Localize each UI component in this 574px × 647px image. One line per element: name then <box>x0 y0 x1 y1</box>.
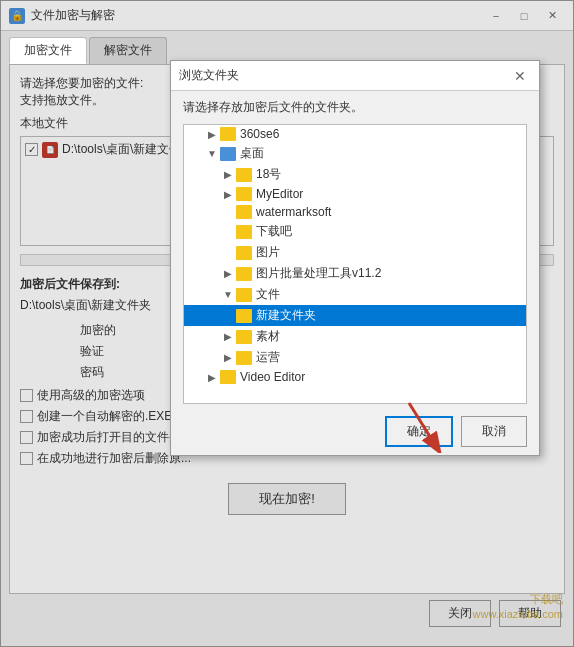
tree-item-files[interactable]: ▼ 文件 <box>184 284 526 305</box>
dialog-instruction: 请选择存放加密后文件的文件夹。 <box>171 91 539 120</box>
folder-tree[interactable]: ▶ 360se6 ▼ 桌面 ▶ 18号 ▶ MyEditor watermark… <box>183 124 527 404</box>
folder-icon-operations <box>236 351 252 365</box>
expand-icon-360se6: ▶ <box>204 129 220 140</box>
expand-icon-files: ▼ <box>220 289 236 300</box>
tree-item-operations[interactable]: ▶ 运营 <box>184 347 526 368</box>
tree-item-360se6[interactable]: ▶ 360se6 <box>184 125 526 143</box>
folder-icon-new-folder <box>236 309 252 323</box>
folder-icon-batch-tool <box>236 267 252 281</box>
svg-line-0 <box>409 403 434 443</box>
folder-icon-download <box>236 225 252 239</box>
folder-icon-images <box>236 246 252 260</box>
tree-item-desktop[interactable]: ▼ 桌面 <box>184 143 526 164</box>
tree-item-materials[interactable]: ▶ 素材 <box>184 326 526 347</box>
expand-icon-myeditor: ▶ <box>220 189 236 200</box>
folder-icon-video-editor <box>220 370 236 384</box>
dialog-title-bar: 浏览文件夹 ✕ <box>171 61 539 91</box>
tree-item-images[interactable]: 图片 <box>184 242 526 263</box>
folder-icon-materials <box>236 330 252 344</box>
tree-item-video-editor[interactable]: ▶ Video Editor <box>184 368 526 386</box>
folder-icon-18 <box>236 168 252 182</box>
tree-item-18[interactable]: ▶ 18号 <box>184 164 526 185</box>
folder-icon-desktop <box>220 147 236 161</box>
folder-icon-360se6 <box>220 127 236 141</box>
tree-item-new-folder[interactable]: 新建文件夹 <box>184 305 526 326</box>
dialog-close-button[interactable]: ✕ <box>509 66 531 86</box>
tree-item-myeditor[interactable]: ▶ MyEditor <box>184 185 526 203</box>
folder-icon-myeditor <box>236 187 252 201</box>
cancel-button[interactable]: 取消 <box>461 416 527 447</box>
browse-folder-dialog: 浏览文件夹 ✕ 请选择存放加密后文件的文件夹。 ▶ 360se6 ▼ 桌面 ▶ … <box>170 60 540 456</box>
tab-encrypt[interactable]: 加密文件 <box>9 37 87 64</box>
expand-icon-18: ▶ <box>220 169 236 180</box>
expand-icon-operations: ▶ <box>220 352 236 363</box>
dialog-buttons: 确定 取消 <box>171 408 539 455</box>
tree-item-download[interactable]: 下载吧 <box>184 221 526 242</box>
confirm-arrow <box>399 398 444 453</box>
tree-item-batch-tool[interactable]: ▶ 图片批量处理工具v11.2 <box>184 263 526 284</box>
folder-icon-watermarksoft <box>236 205 252 219</box>
expand-icon-materials: ▶ <box>220 331 236 342</box>
folder-icon-files <box>236 288 252 302</box>
expand-icon-desktop: ▼ <box>204 148 220 159</box>
expand-icon-batch-tool: ▶ <box>220 268 236 279</box>
dialog-title: 浏览文件夹 <box>179 67 239 84</box>
tree-item-watermarksoft[interactable]: watermarksoft <box>184 203 526 221</box>
expand-icon-video-editor: ▶ <box>204 372 220 383</box>
